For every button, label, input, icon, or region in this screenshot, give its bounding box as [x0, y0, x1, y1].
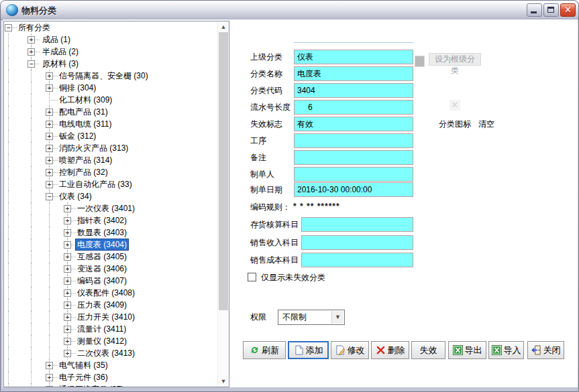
- expand-icon[interactable]: +: [28, 48, 35, 56]
- tree-item[interactable]: +通讯网络产品 (37): [4, 383, 217, 387]
- category-name-field[interactable]: 电度表: [294, 66, 413, 81]
- tree-item[interactable]: +流量计 (3411): [4, 323, 217, 335]
- tree-item-label[interactable]: 指针表 (3402): [76, 215, 128, 226]
- sales-cost-account-field[interactable]: [301, 253, 413, 267]
- close-button[interactable]: ✕: [560, 3, 576, 17]
- tree-item[interactable]: +压力表 (3409): [4, 299, 217, 311]
- expand-icon[interactable]: +: [46, 386, 53, 387]
- clear-icon-link[interactable]: 清空: [478, 119, 494, 130]
- tree-item-label[interactable]: 电线电缆 (311): [58, 119, 113, 129]
- tree-item[interactable]: +消防火灾产品 (313): [4, 142, 217, 154]
- tree-item-label[interactable]: 电气辅料 (35): [58, 360, 109, 371]
- scroll-down-icon[interactable]: ▼: [218, 376, 229, 387]
- expand-icon[interactable]: +: [28, 36, 35, 44]
- add-button[interactable]: 添加: [288, 341, 329, 359]
- browse-parent-button[interactable]: [415, 56, 425, 67]
- expand-icon[interactable]: +: [64, 205, 71, 212]
- tree-item[interactable]: −仪表 (34): [4, 190, 217, 202]
- permission-select[interactable]: 不限制 ▼: [278, 310, 345, 325]
- tree-item[interactable]: +铜排 (304): [4, 82, 217, 94]
- expand-icon[interactable]: +: [64, 277, 71, 285]
- tree-item[interactable]: +半成品 (2): [4, 46, 217, 58]
- tree-item-label[interactable]: 互感器 (3405): [76, 251, 128, 262]
- expand-icon[interactable]: +: [46, 181, 53, 188]
- expand-icon[interactable]: +: [46, 109, 53, 116]
- tree-item-label[interactable]: 半成品 (2): [41, 46, 80, 57]
- tree-item-label[interactable]: 信号隔离器、安全栅 (30): [58, 70, 150, 81]
- expand-icon[interactable]: +: [64, 338, 71, 345]
- refresh-button[interactable]: 刷新: [243, 341, 286, 359]
- tree-item[interactable]: +工业自动化产品 (33): [4, 178, 217, 190]
- tree-item[interactable]: +电线电缆 (311): [4, 118, 217, 130]
- sales-income-account-field[interactable]: [301, 235, 413, 250]
- tree-item-label[interactable]: 压力开关 (3410): [76, 312, 136, 322]
- tree-item[interactable]: +配电产品 (31): [4, 106, 217, 118]
- expand-icon[interactable]: +: [46, 133, 53, 140]
- modify-button[interactable]: 修改: [331, 341, 369, 359]
- tree-item[interactable]: +电子元件 (36): [4, 371, 217, 383]
- import-button[interactable]: 导入: [488, 341, 524, 359]
- expand-icon[interactable]: +: [46, 72, 53, 80]
- close-button[interactable]: 关闭: [527, 341, 564, 359]
- tree-item[interactable]: +控制产品 (32): [4, 166, 217, 178]
- expand-icon[interactable]: +: [64, 350, 71, 357]
- delete-button[interactable]: 删除: [371, 341, 409, 359]
- tree-item-label[interactable]: 原材料 (3): [41, 58, 80, 69]
- set-root-button[interactable]: 设为根级分类: [429, 53, 481, 66]
- process-field[interactable]: [294, 133, 413, 148]
- expand-icon[interactable]: +: [46, 121, 53, 128]
- tree-item[interactable]: +成品 (1): [4, 34, 217, 46]
- tree-item[interactable]: +一次仪表 (3401): [4, 202, 217, 214]
- creator-field[interactable]: [294, 167, 413, 182]
- export-button[interactable]: 导出: [448, 341, 486, 359]
- expand-icon[interactable]: +: [64, 253, 71, 261]
- expand-icon[interactable]: +: [46, 157, 53, 164]
- tree-item-label[interactable]: 配电产品 (31): [58, 107, 109, 117]
- show-valid-only-checkbox[interactable]: [248, 273, 256, 281]
- scroll-up-icon[interactable]: ▲: [218, 21, 229, 32]
- create-date-field[interactable]: 2016-10-30 00:00:00: [294, 182, 413, 197]
- expand-icon[interactable]: +: [46, 362, 53, 369]
- inventory-account-field[interactable]: [301, 217, 413, 232]
- expand-icon[interactable]: +: [64, 302, 71, 309]
- tree-item-label[interactable]: 通讯网络产品 (37): [58, 384, 125, 387]
- tree-item[interactable]: +编码器 (3407): [4, 275, 217, 287]
- tree-item-label[interactable]: 成品 (1): [41, 34, 72, 45]
- tree-item[interactable]: +二次仪表 (3413): [4, 347, 217, 359]
- expand-icon[interactable]: +: [64, 289, 71, 297]
- invalidate-button[interactable]: 失效: [411, 341, 445, 359]
- tree-item-label[interactable]: 铜排 (304): [58, 82, 97, 93]
- tree-item[interactable]: +互感器 (3405): [4, 251, 217, 263]
- tree-item-label[interactable]: 工业自动化产品 (33): [58, 179, 134, 190]
- expand-icon[interactable]: +: [46, 84, 53, 92]
- tree-item-label[interactable]: 控制产品 (32): [58, 167, 109, 178]
- expand-icon[interactable]: +: [46, 169, 53, 176]
- tree-item-label[interactable]: 电子元件 (36): [58, 372, 109, 383]
- serial-length-field[interactable]: 6: [294, 100, 413, 115]
- tree-item-label[interactable]: 喷塑产品 (314): [58, 155, 113, 166]
- parent-category-field[interactable]: 仪表: [294, 50, 413, 64]
- tree-item[interactable]: +仪表配件 (3408): [4, 287, 217, 299]
- tree-item[interactable]: +喷塑产品 (314): [4, 154, 217, 166]
- tree-item-label[interactable]: 仪表 (34): [58, 191, 93, 202]
- expand-icon[interactable]: +: [64, 314, 71, 321]
- tree-item-label[interactable]: 钣金 (312): [58, 131, 97, 141]
- tree-item[interactable]: +信号隔离器、安全栅 (30): [4, 70, 217, 82]
- scrollbar-thumb[interactable]: [219, 32, 228, 310]
- tree-item-label-selected[interactable]: 电度表 (3404): [76, 239, 128, 250]
- tree-item[interactable]: +电气辅料 (35): [4, 359, 217, 371]
- expand-icon[interactable]: +: [64, 265, 71, 273]
- tree-item-label[interactable]: 流量计 (3411): [76, 324, 127, 334]
- expand-icon[interactable]: +: [64, 217, 71, 224]
- tree-item[interactable]: +变送器 (3406): [4, 263, 217, 275]
- remark-field[interactable]: [294, 150, 413, 165]
- invalid-flag-field[interactable]: 有效: [294, 117, 413, 131]
- tree-item[interactable]: +钣金 (312): [4, 130, 217, 142]
- minimize-button[interactable]: [527, 3, 542, 17]
- collapse-icon[interactable]: −: [5, 24, 12, 31]
- tree-item[interactable]: +压力开关 (3410): [4, 311, 217, 323]
- expand-icon[interactable]: +: [64, 229, 71, 237]
- category-code-field[interactable]: 3404: [294, 83, 413, 98]
- tree-item-label[interactable]: 所有分类: [17, 22, 52, 33]
- tree-item-label[interactable]: 仪表配件 (3408): [76, 287, 136, 298]
